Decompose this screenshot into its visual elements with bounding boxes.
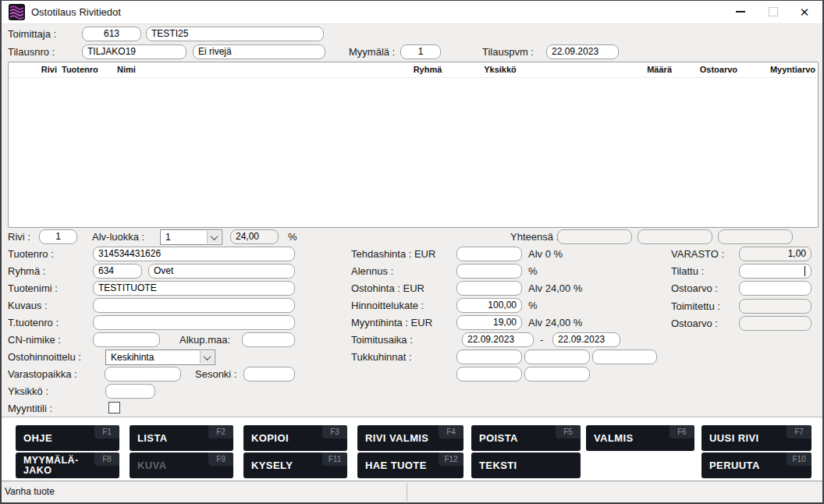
maximize-button [757, 1, 790, 23]
peruuta-button-label: PERUUTA [709, 453, 760, 478]
hae-tuote-fkey-badge: F12 [439, 453, 464, 466]
tilauspvm-field[interactable]: 22.09.2023 [546, 44, 619, 59]
kysely-button[interactable]: KYSELY F11 [243, 453, 347, 478]
function-button-panel: OHJE F1 LISTA F2 KOPIOI F3 RIVI VALMIS F… [2, 417, 822, 483]
kopioi-fkey-badge: F3 [322, 425, 347, 438]
kysely-fkey-badge: F11 [322, 453, 347, 466]
yhteensa-field-1 [557, 229, 632, 244]
minimize-button[interactable] [724, 1, 757, 23]
hinnoittelukate-field[interactable]: 100,00 [456, 298, 522, 313]
toimitettu-label: Toimitettu : [671, 299, 720, 314]
poista-fkey-badge: F5 [556, 425, 581, 438]
tilausnro-field[interactable]: TILJAKO19 [82, 44, 186, 59]
tukkuhinta-field-3[interactable] [592, 350, 657, 364]
tukkuhinta-field-5[interactable] [524, 367, 590, 382]
yksikko-field[interactable] [105, 384, 155, 399]
tukkuhinta-field-2[interactable] [524, 350, 590, 364]
myyntitili-checkbox[interactable] [108, 402, 120, 413]
col-header-myyntiarvo: Myyntiarvo [745, 64, 815, 76]
toimittaja-code-field[interactable]: 613 [82, 27, 141, 41]
col-header-nimi: Nimi [117, 64, 136, 76]
alkup-maa-field[interactable] [242, 332, 295, 347]
rivi-valmis-button[interactable]: RIVI VALMIS F4 [357, 425, 464, 451]
toimitusaika-start-field[interactable]: 22.09.2023 [462, 332, 534, 347]
valmis-button-label: VALMIS [594, 425, 634, 451]
kuva-button-label: KUVA [137, 453, 166, 478]
ryhma-code-field[interactable]: 634 [93, 264, 142, 279]
teksti-button[interactable]: TEKSTI [471, 453, 581, 478]
tukkuhinta-field-4[interactable] [456, 367, 522, 382]
valmis-button[interactable]: VALMIS F6 [586, 425, 694, 451]
ohje-button-label: OHJE [23, 425, 52, 451]
chevron-down-icon[interactable] [207, 231, 221, 243]
chevron-glyph [204, 353, 211, 360]
ostohinnoittelu-label: Ostohinnoittelu : [8, 350, 81, 364]
order-rows-table[interactable]: Rivi Tuotenro Nimi Ryhmä Yksikkö Määrä O… [8, 62, 819, 228]
myymala-field[interactable]: 1 [400, 44, 441, 59]
sesonki-label: Sesonki : [195, 367, 236, 382]
myymala-label: Myymälä : [349, 44, 395, 59]
maximize-icon [769, 7, 778, 16]
myyntihinta-field[interactable]: 19,00 [456, 315, 522, 330]
ostoarvo-tilattu-field[interactable] [739, 281, 812, 296]
varastopaikka-field[interactable] [105, 367, 181, 382]
myyntihinta-alv-suffix: Alv 24,00 % [528, 315, 582, 330]
close-button[interactable]: ✕ [788, 1, 821, 23]
rivi-field[interactable]: 1 [39, 229, 77, 244]
rivit-info-field[interactable]: Ei rivejä [193, 44, 325, 59]
cn-nimike-field[interactable] [93, 332, 160, 347]
lista-button[interactable]: LISTA F2 [130, 425, 233, 451]
tukkuhinta-field-1[interactable] [456, 350, 522, 364]
alv-pct-field[interactable]: 24,00 [230, 229, 279, 244]
toimitusaika-end-field[interactable]: 22.09.2023 [552, 332, 620, 347]
lista-button-label: LISTA [137, 425, 168, 451]
status-message: Vanha tuote [5, 481, 55, 502]
close-icon: ✕ [800, 6, 810, 18]
chevron-glyph [211, 232, 218, 240]
tilattu-field[interactable] [739, 264, 812, 279]
toimittaja-name-field[interactable]: TESTI25 [146, 27, 324, 41]
myymalajako-fkey-badge: F8 [94, 453, 119, 466]
ostohinnoittelu-value: Keskihinta [111, 352, 154, 363]
varastopaikka-label: Varastopaikka : [8, 367, 77, 382]
peruuta-button[interactable]: PERUUTA F10 [701, 453, 812, 478]
hinnoittelukate-label: Hinnoittelukate : [351, 298, 424, 313]
sesonki-field[interactable] [243, 367, 295, 382]
table-header-divider [9, 77, 818, 78]
tuotenimi-field[interactable]: TESTITUOTE [93, 281, 295, 296]
ostohinta-field[interactable] [456, 281, 522, 296]
tilausnro-label: Tilausnro : [8, 44, 55, 59]
uusi-rivi-button[interactable]: UUSI RIVI F7 [701, 425, 812, 451]
yhteensa-field-3 [718, 229, 793, 244]
ostohinta-label: Ostohinta : EUR [351, 281, 424, 296]
hae-tuote-button[interactable]: HAE TUOTE F12 [357, 453, 464, 478]
alv-luokka-select[interactable]: 1 [160, 229, 222, 245]
toimitettu-field [739, 299, 812, 314]
myymalajako-button[interactable]: MYYMÄLÄ-JAKO F8 [16, 453, 119, 478]
kuvaus-field[interactable] [93, 298, 295, 313]
alennus-field[interactable] [456, 264, 522, 279]
ohje-button[interactable]: OHJE F1 [16, 425, 119, 451]
uusi-rivi-button-label: UUSI RIVI [709, 425, 759, 451]
poista-button-label: POISTA [479, 425, 518, 451]
tuotenro-field[interactable]: 314534431626 [93, 247, 295, 261]
myymalajako-button-label: MYYMÄLÄ-JAKO [23, 453, 87, 478]
tehdashinta-field[interactable] [456, 247, 522, 261]
kysely-button-label: KYSELY [251, 453, 293, 478]
ryhma-name-field[interactable]: Ovet [148, 264, 295, 279]
poista-button[interactable]: POISTA F5 [471, 425, 581, 451]
status-bar-divider [407, 483, 407, 501]
t-tuotenro-field[interactable] [93, 315, 295, 330]
chevron-down-icon[interactable] [200, 351, 214, 364]
tuotenro-label: Tuotenro : [8, 247, 54, 261]
tilattu-label: Tilattu : [671, 264, 704, 279]
text-caret [804, 266, 805, 276]
kopioi-button[interactable]: KOPIOI F3 [243, 425, 347, 451]
col-header-ryhma: Ryhmä [400, 64, 455, 76]
ostohinnoittelu-select[interactable]: Keskihinta [105, 350, 215, 365]
tehdashinta-alv-suffix: Alv 0 % [528, 247, 563, 261]
yhteensa-field-2 [638, 229, 712, 244]
cn-nimike-label: CN-nimike : [8, 332, 61, 347]
alkup-maa-label: Alkup.maa: [179, 332, 230, 347]
status-bar: Vanha tuote [2, 481, 822, 502]
